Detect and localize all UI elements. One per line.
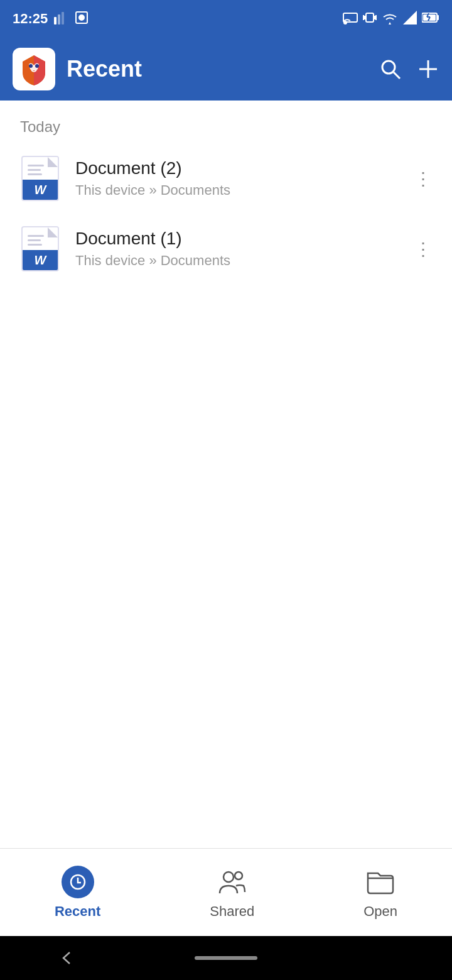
main-content: Today W Document (2) This device » Docum… (0, 101, 452, 848)
status-bar-right (343, 11, 439, 28)
status-bar: 12:25 (0, 0, 452, 38)
tab-recent-label: Recent (55, 903, 100, 920)
file-more-button-doc2[interactable]: ⋮ (409, 165, 437, 192)
word-badge: W (23, 250, 58, 270)
file-path-doc1: This device » Documents (75, 253, 409, 269)
file-icon-doc1: W (18, 226, 63, 271)
tab-open[interactable]: Open (345, 859, 416, 926)
svg-rect-2 (62, 12, 64, 24)
tab-shared[interactable]: Shared (191, 859, 273, 926)
file-name-doc1: Document (1) (75, 229, 409, 249)
tab-open-label: Open (363, 903, 397, 920)
add-button[interactable] (417, 58, 439, 80)
status-time: 12:25 (13, 11, 48, 27)
app-logo (13, 48, 55, 90)
app-header: Recent (0, 38, 452, 101)
page-title: Recent (67, 56, 368, 82)
file-icon-doc2: W (18, 156, 63, 201)
svg-point-6 (344, 21, 347, 24)
svg-point-4 (79, 15, 84, 20)
svg-marker-12 (403, 11, 417, 24)
open-icon (364, 866, 397, 898)
file-more-button-doc1[interactable]: ⋮ (409, 235, 437, 263)
svg-rect-14 (437, 15, 439, 20)
vibrate-icon (363, 11, 377, 28)
bottom-nav: Recent Shared Open (0, 848, 452, 936)
file-info-doc1: Document (1) This device » Documents (75, 229, 409, 269)
header-actions (379, 58, 439, 80)
svg-rect-7 (366, 13, 374, 22)
status-bar-left: 12:25 (13, 10, 89, 28)
recent-icon (62, 866, 94, 898)
svg-rect-0 (54, 17, 56, 24)
wifi-icon (382, 11, 398, 28)
file-name-doc2: Document (2) (75, 158, 409, 178)
svg-point-28 (235, 872, 242, 879)
home-pill[interactable] (195, 956, 257, 960)
svg-point-22 (382, 61, 395, 74)
svg-point-20 (29, 64, 33, 68)
shared-icon (216, 866, 249, 898)
tab-shared-label: Shared (210, 903, 254, 920)
battery-icon (422, 12, 439, 26)
file-path-doc2: This device » Documents (75, 182, 409, 199)
search-button[interactable] (379, 58, 402, 80)
svg-point-21 (35, 64, 39, 68)
system-nav-bar (0, 936, 452, 980)
tab-recent[interactable]: Recent (36, 859, 119, 926)
screenshot-icon (74, 10, 89, 28)
svg-rect-1 (58, 14, 60, 24)
file-info-doc2: Document (2) This device » Documents (75, 158, 409, 199)
list-item[interactable]: W Document (2) This device » Documents ⋮ (0, 143, 452, 214)
signal-strength-icon (403, 11, 417, 28)
svg-point-27 (223, 872, 234, 882)
svg-line-23 (394, 72, 400, 79)
cast-icon (343, 11, 358, 28)
back-button[interactable] (58, 949, 77, 967)
section-today-label: Today (0, 101, 452, 143)
recent-icon-circle (62, 866, 94, 898)
list-item[interactable]: W Document (1) This device » Documents ⋮ (0, 214, 452, 284)
signal-icon (54, 11, 68, 28)
word-badge: W (23, 180, 58, 200)
